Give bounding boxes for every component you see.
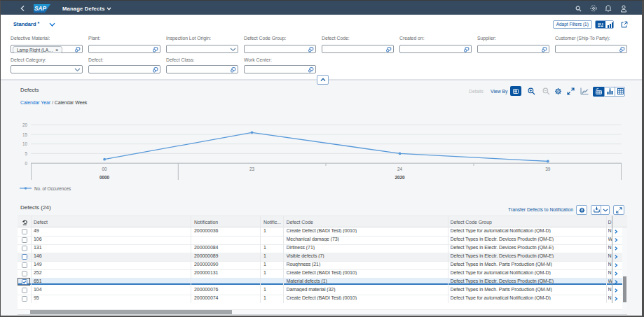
svg-text:00: 00: [102, 167, 108, 171]
svg-text:0000: 0000: [100, 175, 110, 180]
svg-text:15: 15: [22, 132, 28, 137]
svg-text:39: 39: [545, 167, 551, 171]
svg-text:23: 23: [249, 167, 255, 171]
svg-text:SAP: SAP: [34, 6, 46, 12]
svg-text:5: 5: [25, 151, 27, 156]
svg-text:No. of Occurences: No. of Occurences: [34, 186, 71, 191]
svg-text:0: 0: [25, 161, 27, 166]
svg-text:20: 20: [22, 122, 28, 127]
svg-text:24: 24: [397, 167, 403, 171]
svg-text:10: 10: [22, 141, 28, 146]
svg-text:2020: 2020: [395, 175, 406, 180]
